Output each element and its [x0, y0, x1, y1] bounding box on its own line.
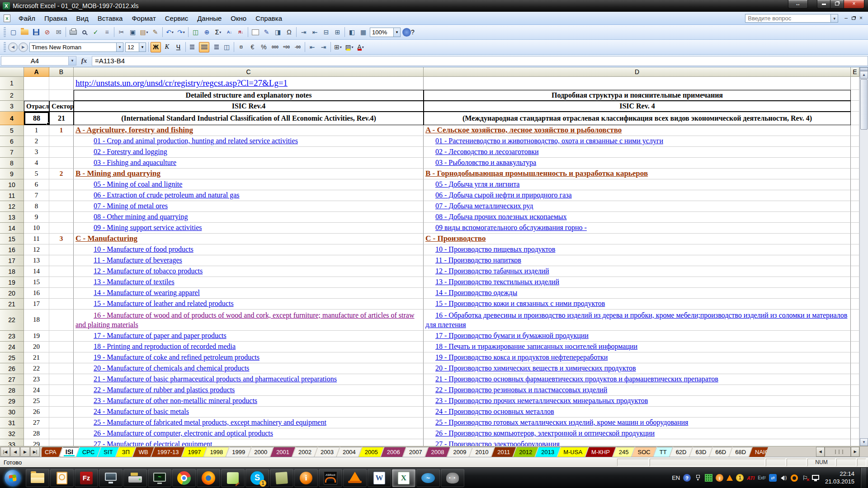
- cell-C15[interactable]: C - Manufacturing: [74, 234, 424, 244]
- row-header-32[interactable]: 32: [0, 428, 24, 439]
- undo-button[interactable]: ↶▾: [165, 27, 175, 38]
- sheet-tab-11[interactable]: 2001: [270, 447, 295, 457]
- sheet-tab-24[interactable]: M-USA: [557, 447, 588, 457]
- fill-color-button[interactable]: ▨▾: [344, 42, 354, 52]
- cell-D15[interactable]: C - Производство: [424, 234, 851, 244]
- sheet-tab-7[interactable]: 1997: [182, 447, 207, 457]
- ati-tray-icon[interactable]: ATI: [747, 474, 755, 482]
- cell-B32[interactable]: [49, 428, 74, 439]
- sheet-tab-30[interactable]: 63D: [689, 447, 712, 457]
- back-button[interactable]: ◀: [8, 42, 18, 52]
- question-input[interactable]: [745, 14, 831, 23]
- cell-B28[interactable]: [49, 385, 74, 396]
- print-preview-button[interactable]: [79, 27, 90, 38]
- menu-item-0[interactable]: Файл: [14, 13, 40, 24]
- cell-B8[interactable]: [49, 158, 74, 169]
- cell-E11[interactable]: [851, 190, 859, 201]
- underline-button[interactable]: Ч: [173, 42, 184, 52]
- sheet-tab-1[interactable]: ISI: [60, 447, 79, 457]
- close-button[interactable]: ×: [844, 0, 864, 9]
- row-header-11[interactable]: 11: [0, 190, 24, 201]
- group-button[interactable]: ⇥: [298, 27, 309, 38]
- format-painter-button[interactable]: ✎: [150, 27, 160, 38]
- font-size-combo[interactable]: 12▾: [125, 42, 146, 52]
- row-header-22[interactable]: 22: [0, 310, 24, 331]
- cell-D19[interactable]: 13 - Производство текстильных изделий: [424, 277, 851, 288]
- subtotal-button[interactable]: ⊟: [321, 27, 331, 38]
- cell-C22[interactable]: 16 - Manufacture of wood and of products…: [74, 310, 424, 331]
- info-taskbar-icon[interactable]: i: [294, 469, 318, 487]
- cell-B19[interactable]: [49, 277, 74, 288]
- system-monitor-taskbar-icon[interactable]: ~: [148, 469, 171, 487]
- sheet-tab-18[interactable]: 2008: [425, 447, 450, 457]
- row-header-26[interactable]: 26: [0, 363, 24, 374]
- row-header-4[interactable]: 4: [0, 112, 24, 125]
- prev-sheet-button[interactable]: ◀: [10, 447, 20, 457]
- cell-E9[interactable]: [851, 169, 859, 179]
- sheet-tab-10[interactable]: 2000: [248, 447, 273, 457]
- chrome-taskbar-icon[interactable]: [172, 469, 196, 487]
- sheet-tab-8[interactable]: 1998: [204, 447, 229, 457]
- cell-E3[interactable]: [851, 101, 859, 112]
- calendar-taskbar-icon[interactable]: [50, 469, 74, 487]
- cell-D8[interactable]: 03 - Рыболовство и аквакультура: [424, 158, 851, 169]
- gimp-taskbar-icon[interactable]: • •: [441, 469, 464, 487]
- cell-B23[interactable]: [49, 331, 74, 342]
- cell-C7[interactable]: 02 - Forestry and logging: [74, 147, 424, 158]
- cell-B17[interactable]: [49, 255, 74, 266]
- dropdown-arrow-icon[interactable]: ▾: [183, 30, 185, 34]
- save-button[interactable]: [31, 27, 41, 38]
- row-header-30[interactable]: 30: [0, 407, 24, 418]
- cell-B24[interactable]: [49, 342, 74, 352]
- ungroup-button[interactable]: ⇤: [310, 27, 320, 38]
- cell-A13[interactable]: 9: [24, 212, 49, 223]
- cell-D30[interactable]: 24 - Производство основных металлов: [424, 407, 851, 418]
- sheet-tab-15[interactable]: 2005: [359, 447, 384, 457]
- thousands-separator-button[interactable]: 000: [270, 42, 280, 52]
- currency-button[interactable]: ¤: [236, 42, 246, 52]
- fx-icon[interactable]: fx: [76, 57, 92, 65]
- cell-B21[interactable]: [49, 299, 74, 310]
- cell-C19[interactable]: 13 - Manufacture of textiles: [74, 277, 424, 288]
- last-sheet-button[interactable]: ▶|: [30, 447, 40, 457]
- insert-cells-button[interactable]: ◫: [190, 27, 201, 38]
- cell-B25[interactable]: [49, 352, 74, 363]
- cell-B12[interactable]: [49, 201, 74, 212]
- cell-B30[interactable]: [49, 407, 74, 418]
- dropdown-arrow-icon[interactable]: ▾: [139, 43, 146, 52]
- cell-E30[interactable]: [851, 407, 859, 418]
- increase-decimal-button[interactable]: +00: [281, 42, 292, 52]
- cell-D9[interactable]: B - Горнодобывающая промышленность и раз…: [424, 169, 851, 179]
- cell-E6[interactable]: [851, 136, 859, 147]
- sheet-tab-14[interactable]: 2004: [337, 447, 362, 457]
- vertical-scrollbar[interactable]: ▲ ▼: [859, 67, 868, 446]
- cell-C29[interactable]: 23 - Manufacture of other non-metallic m…: [74, 396, 424, 407]
- cell-A10[interactable]: 6: [24, 179, 49, 190]
- cell-A22[interactable]: 18: [24, 310, 49, 331]
- cell-A30[interactable]: 26: [24, 407, 49, 418]
- cell-C1[interactable]: http://unstats.un.org/unsd/cr/registry/r…: [74, 77, 424, 90]
- spelling-button[interactable]: ✓: [90, 27, 101, 38]
- vlc-tray-icon[interactable]: [726, 475, 733, 481]
- cell-C11[interactable]: 06 - Extraction of crude petroleum and n…: [74, 190, 424, 201]
- cell-B3[interactable]: Сектор: [49, 101, 74, 112]
- cell-A19[interactable]: 15: [24, 277, 49, 288]
- dropdown-arrow-icon[interactable]: ▾: [172, 30, 174, 34]
- cell-D4[interactable]: (Международная стандартная отраслевая кл…: [424, 112, 851, 125]
- row-header-1[interactable]: 1: [0, 77, 24, 90]
- cell-E18[interactable]: [851, 266, 859, 277]
- sort-descending-button[interactable]: Я↓: [236, 27, 246, 38]
- italic-button[interactable]: К: [162, 42, 172, 52]
- vertical-scroll-track[interactable]: [860, 130, 868, 438]
- cell-A27[interactable]: 23: [24, 374, 49, 385]
- cell-B4[interactable]: 21: [49, 112, 74, 125]
- cell-A1[interactable]: [24, 77, 49, 90]
- cell-D20[interactable]: 14 - Производство одежды: [424, 288, 851, 299]
- cell-A20[interactable]: 16: [24, 288, 49, 299]
- cell-B2[interactable]: [49, 90, 74, 101]
- formula-input[interactable]: =A113-B4: [92, 56, 868, 66]
- align-left-button[interactable]: [188, 42, 198, 52]
- cell-D18[interactable]: 12 - Производство табачных изделий: [424, 266, 851, 277]
- cell-B16[interactable]: [49, 244, 74, 255]
- drawing-button[interactable]: ✎: [261, 27, 272, 38]
